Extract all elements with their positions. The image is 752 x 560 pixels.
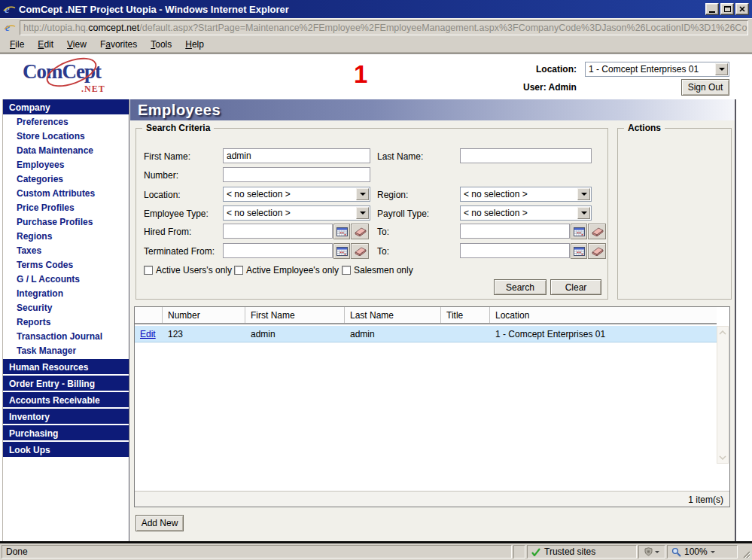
sidebar-item-regions[interactable]: Regions	[3, 229, 129, 243]
menu-item-view[interactable]: View	[60, 37, 93, 52]
ie-logo-icon: e	[3, 3, 16, 16]
menu-item-favorites[interactable]: Favorites	[93, 37, 144, 52]
terminated-to-calendar-button[interactable]	[571, 243, 587, 259]
edit-link[interactable]: Edit	[140, 329, 156, 339]
menu-item-help[interactable]: Help	[178, 37, 211, 52]
active-users-only-option[interactable]: Active Users's only	[144, 265, 232, 275]
terminated-from-clear-button[interactable]	[351, 243, 369, 259]
hired-to-input[interactable]	[460, 224, 570, 239]
sidebar-item-terms-codes[interactable]: Terms Codes	[3, 257, 129, 272]
sidebar-section-look-ups[interactable]: Look Ups	[3, 442, 129, 457]
sidebar-item-price-profiles[interactable]: Price Profiles	[3, 200, 129, 215]
protected-mode-button[interactable]	[638, 545, 665, 558]
row-edit-cell: Edit	[135, 326, 163, 342]
sidebar-item-employees[interactable]: Employees	[3, 157, 129, 172]
search-criteria-fieldset: Search Criteria First Name: Last Name: N…	[135, 128, 608, 300]
number-input[interactable]	[223, 167, 370, 182]
region-select[interactable]: < no selection >	[460, 187, 592, 202]
zoom-control[interactable]: 100%	[667, 545, 738, 558]
page-header: ComCept .NET 1 Location: 1 - Comcept Ent…	[0, 54, 752, 99]
sidebar-item-store-locations[interactable]: Store Locations	[3, 129, 129, 143]
employee-type-select[interactable]: < no selection >	[223, 205, 370, 221]
results-panel: NumberFirst NameLast NameTitleLocation E…	[134, 306, 730, 507]
sidebar-section-human-resources[interactable]: Human Resources	[3, 359, 129, 374]
eraser-icon	[353, 247, 367, 256]
sidebar-item-g-l-accounts[interactable]: G / L Accounts	[3, 272, 129, 286]
resize-grip[interactable]	[739, 545, 750, 558]
menu-item-file[interactable]: File	[3, 37, 31, 52]
terminated-from-calendar-button[interactable]	[333, 243, 350, 259]
chevron-down-icon	[711, 551, 715, 555]
active-employees-only-option[interactable]: Active Employee's only	[234, 265, 339, 275]
scroll-up-icon[interactable]	[717, 327, 728, 338]
sidebar-section-company[interactable]: Company	[3, 99, 129, 114]
security-zone-label: Trusted sites	[544, 546, 595, 557]
first-name-input[interactable]	[223, 148, 370, 163]
sidebar-item-taxes[interactable]: Taxes	[3, 243, 129, 257]
minimize-button[interactable]	[705, 3, 719, 15]
hired-from-calendar-button[interactable]	[333, 224, 350, 239]
chevron-down-icon[interactable]	[356, 207, 369, 219]
chevron-down-icon[interactable]	[577, 207, 590, 219]
url-prefix: http://utopia.hq.	[23, 23, 88, 33]
salesmen-only-option[interactable]: Salesmen only	[342, 265, 413, 275]
page-number-badge: 1	[354, 60, 367, 89]
location-select[interactable]: < no selection >	[223, 187, 370, 202]
terminated-to-input[interactable]	[460, 243, 570, 258]
comcept-logo: ComCept .NET	[23, 60, 120, 95]
terminated-from-label: Terminated From:	[144, 246, 215, 257]
sidebar-item-categories[interactable]: Categories	[3, 172, 129, 186]
address-input[interactable]: http://utopia.hq.comcept.net/default.asp…	[20, 20, 748, 35]
add-new-button[interactable]: Add New	[135, 515, 184, 531]
menu-item-tools[interactable]: Tools	[144, 37, 178, 52]
row-cell	[441, 326, 490, 342]
sidebar-item-security[interactable]: Security	[3, 300, 129, 315]
sidebar-item-transaction-journal[interactable]: Transaction Journal	[3, 329, 129, 343]
sidebar-item-preferences[interactable]: Preferences	[3, 114, 129, 129]
maximize-button[interactable]	[720, 3, 734, 15]
window-titlebar: e ComCept .NET Project Utopia - Windows …	[0, 0, 752, 18]
sidebar-item-purchase-profiles[interactable]: Purchase Profiles	[3, 215, 129, 229]
hired-from-input[interactable]	[223, 224, 333, 239]
menu-item-edit[interactable]: Edit	[31, 37, 60, 52]
chevron-down-icon[interactable]	[577, 188, 590, 200]
url-path: /default.aspx?StartPage=Maintenance%2FEm…	[139, 23, 748, 33]
sidebar-item-task-manager[interactable]: Task Manager	[3, 343, 129, 358]
payroll-type-label: Payroll Type:	[377, 208, 429, 219]
sidebar-section-purchasing[interactable]: Purchasing	[3, 425, 129, 440]
sidebar-section-order-entry-billing[interactable]: Order Entry - Billing	[3, 376, 129, 391]
terminated-from-input[interactable]	[223, 243, 333, 258]
check-icon	[531, 548, 540, 556]
chevron-down-icon[interactable]	[715, 63, 728, 75]
last-name-label: Last Name:	[377, 151, 423, 162]
sidebar-item-data-maintenance[interactable]: Data Maintenance	[3, 143, 129, 157]
sidebar-item-integration[interactable]: Integration	[3, 286, 129, 300]
checkbox[interactable]	[342, 266, 351, 275]
row-cell: admin	[245, 326, 345, 342]
location-filter-label: Location:	[144, 190, 181, 200]
search-button[interactable]: Search	[494, 279, 546, 295]
close-button[interactable]	[735, 3, 749, 15]
last-name-input[interactable]	[460, 148, 592, 163]
hired-from-clear-button[interactable]	[351, 224, 369, 239]
status-bar: Done Trusted sites 100%	[0, 543, 752, 560]
calendar-icon	[574, 227, 585, 236]
sign-out-button[interactable]: Sign Out	[681, 79, 729, 96]
sidebar-item-reports[interactable]: Reports	[3, 315, 129, 329]
header-location-select[interactable]: 1 - Comcept Enterprises 01	[585, 62, 729, 77]
sidebar-section-accounts-receivable[interactable]: Accounts Receivable	[3, 392, 129, 407]
results-scrollbar[interactable]	[717, 326, 729, 464]
actions-fieldset: Actions	[617, 128, 732, 300]
payroll-type-select[interactable]: < no selection >	[460, 205, 592, 221]
hired-to-clear-button[interactable]	[588, 224, 606, 239]
terminated-to-clear-button[interactable]	[588, 243, 606, 259]
clear-button[interactable]: Clear	[550, 279, 601, 295]
checkbox[interactable]	[234, 266, 243, 275]
scroll-down-icon[interactable]	[717, 452, 728, 463]
checkbox[interactable]	[144, 266, 153, 275]
sidebar-item-custom-attributes[interactable]: Custom Attributes	[3, 186, 129, 200]
sidebar-section-inventory[interactable]: Inventory	[3, 409, 129, 424]
hired-to-calendar-button[interactable]	[571, 224, 587, 239]
main-content: Employees Search Criteria First Name: La…	[130, 99, 736, 541]
chevron-down-icon[interactable]	[356, 188, 369, 200]
